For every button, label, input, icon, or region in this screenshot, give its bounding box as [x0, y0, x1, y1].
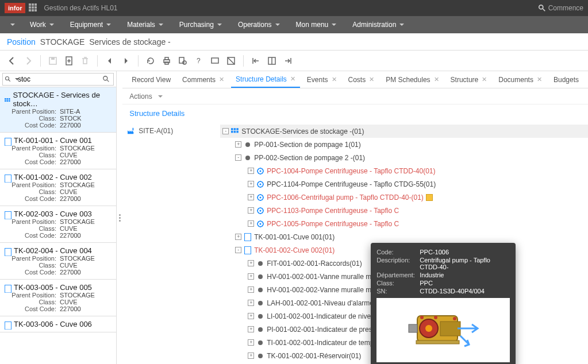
tab-close-icon[interactable]: ✕: [482, 76, 487, 83]
tab[interactable]: Record View: [127, 71, 175, 88]
forward-button[interactable]: [21, 53, 36, 68]
tree-node[interactable]: - STOCKAGE-Services de stockage -(01): [220, 125, 588, 138]
menu-monmenu[interactable]: Mon menu: [288, 16, 345, 33]
tree-expander[interactable]: +: [248, 220, 254, 227]
tab-close-icon[interactable]: ✕: [369, 76, 374, 83]
tree-expander[interactable]: +: [248, 194, 254, 200]
sidebar-list[interactable]: STOCKAGE - Services de stock… Parent Pos…: [0, 87, 116, 364]
tab-close-icon[interactable]: ✕: [434, 76, 439, 83]
menu-materials[interactable]: Materials: [119, 16, 171, 33]
tree-expander[interactable]: +: [248, 353, 254, 359]
sidebar-card[interactable]: TK-002-003 - Cuve 003 Parent Position:ST…: [0, 206, 116, 243]
tree-expander[interactable]: +: [248, 313, 254, 319]
search-scope-dropdown[interactable]: [15, 78, 20, 80]
screen-button[interactable]: [207, 53, 222, 68]
tree-node-label[interactable]: PP-002-Section de pompage 2 -(01): [254, 154, 365, 162]
actions-dropdown[interactable]: Actions: [129, 92, 162, 100]
design-button[interactable]: [224, 53, 239, 68]
tree-expander[interactable]: -: [235, 247, 241, 253]
next-record-button[interactable]: [118, 53, 133, 68]
breadcrumb-entity[interactable]: Position: [7, 37, 36, 47]
tree-node-label[interactable]: TK-001-002-001-Réservoir(01): [267, 352, 361, 360]
tree-node-label[interactable]: PPC-1104-Pompe Centrifugeuse - Tapflo CT…: [267, 180, 436, 188]
tree-node-label[interactable]: PPC-1103-Pompe Centrifugeuse - Tapflo C: [267, 207, 399, 215]
tree-expander[interactable]: +: [248, 168, 254, 174]
tree-node[interactable]: + PPC-1006-Centrifugal pump - Tapflo CTD…: [220, 191, 588, 204]
sidebar-card[interactable]: TK-001-001 - Cuve 001 Parent Position:ST…: [0, 133, 116, 169]
tab[interactable]: Costs✕: [344, 71, 379, 88]
sidebar-card[interactable]: TK-002-004 - Cuve 004 Parent Position:ST…: [0, 243, 116, 280]
tree-node[interactable]: + PP-001-Section de pompage 1(01): [220, 138, 588, 151]
save-button[interactable]: [45, 53, 60, 68]
menu-purchasing[interactable]: Purchasing: [171, 16, 230, 33]
tree-node[interactable]: + PPC-1104-Pompe Centrifugeuse - Tapflo …: [220, 177, 588, 191]
note-icon[interactable]: [426, 194, 433, 201]
tree-node-label[interactable]: PPC-1004-Pompe Centrifugeuse - Tapflo CT…: [267, 167, 435, 175]
tree-node-label[interactable]: STOCKAGE-Services de stockage -(01): [241, 127, 364, 135]
panel-collapse-right-button[interactable]: [280, 53, 295, 68]
tree-node-label[interactable]: FIT-001-002-001-Raccords(01): [267, 260, 362, 268]
search-scope-icon[interactable]: [5, 76, 11, 83]
tab[interactable]: Structure Details✕: [231, 71, 300, 88]
sidebar-card[interactable]: TK-001-002 - Cuve 002 Parent Position:ST…: [0, 169, 116, 206]
tab[interactable]: Documents✕: [494, 71, 547, 88]
new-button[interactable]: [62, 53, 76, 68]
tree-node[interactable]: + PPC-1005-Pompe Centrifugeuse - Tapflo …: [220, 217, 588, 230]
tab[interactable]: Comments✕: [178, 71, 229, 88]
tree-node-label[interactable]: PPC-1006-Centrifugal pump - Tapflo CTDD-…: [267, 193, 424, 202]
tab-close-icon[interactable]: ✕: [537, 76, 542, 83]
help-button[interactable]: ?: [191, 53, 206, 68]
refresh-button[interactable]: [143, 53, 158, 68]
tree-expander[interactable]: +: [235, 234, 241, 240]
sidebar-collapse-handle[interactable]: [117, 71, 122, 364]
delete-button[interactable]: [78, 53, 93, 68]
tab-close-icon[interactable]: ✕: [290, 75, 295, 83]
menu-operations[interactable]: Operations: [230, 16, 288, 33]
sidebar-card[interactable]: STOCKAGE - Services de stock… Parent Pos…: [0, 87, 116, 133]
panel-split-button[interactable]: [264, 53, 279, 68]
menu-work[interactable]: Work: [22, 16, 62, 33]
panel-collapse-left-button[interactable]: [248, 53, 263, 68]
prev-record-button[interactable]: [102, 53, 117, 68]
tab[interactable]: Budgets: [549, 71, 583, 88]
tree-node-label[interactable]: PPC-1005-Pompe Centrifugeuse - Tapflo C: [267, 220, 399, 228]
tree-node[interactable]: - PP-002-Section de pompage 2 -(01): [220, 151, 588, 164]
menu-administration[interactable]: Administration: [344, 16, 412, 33]
preview-button[interactable]: [175, 53, 190, 68]
tree-expander[interactable]: +: [248, 181, 254, 187]
tree-expander[interactable]: +: [248, 300, 254, 306]
tab-close-icon[interactable]: ✕: [219, 76, 224, 83]
tree-expander[interactable]: -: [222, 128, 229, 134]
tree-expander[interactable]: -: [235, 154, 241, 161]
tree-expander[interactable]: +: [248, 207, 254, 214]
tree-node[interactable]: + PPC-1004-Pompe Centrifugeuse - Tapflo …: [220, 164, 588, 177]
global-search[interactable]: Commence: [538, 4, 583, 12]
tree-expander[interactable]: +: [248, 286, 254, 293]
tree-expander[interactable]: +: [248, 339, 254, 346]
tree-node[interactable]: + PPC-1103-Pompe Centrifugeuse - Tapflo …: [220, 204, 588, 217]
position-icon: [5, 138, 11, 144]
back-button[interactable]: [5, 53, 20, 68]
tree-node-label[interactable]: PP-001-Section de pompage 1(01): [254, 141, 360, 149]
tree-node-label[interactable]: TK-001-001-Cuve 001(01): [254, 233, 335, 241]
print-button[interactable]: [159, 53, 174, 68]
site-root-node[interactable]: SITE-A(01): [127, 125, 216, 137]
menu-equipment[interactable]: Equipment: [62, 16, 119, 33]
tree-expander[interactable]: +: [248, 273, 254, 280]
tree-node[interactable]: + TK-001-001-Cuve 001(01): [220, 230, 588, 243]
tab[interactable]: Structure✕: [446, 71, 492, 88]
tab[interactable]: PM Schedules✕: [381, 71, 443, 88]
tree-expander[interactable]: +: [248, 326, 254, 332]
sidebar-card[interactable]: TK-003-005 - Cuve 005 Parent Position:ST…: [0, 280, 116, 316]
menu-dropdown[interactable]: [0, 16, 22, 33]
app-launcher-icon[interactable]: [29, 3, 38, 13]
svg-line-16: [9, 79, 10, 81]
tree-expander[interactable]: +: [235, 141, 241, 148]
search-submit-icon[interactable]: [102, 75, 110, 83]
tab-close-icon[interactable]: ✕: [332, 76, 337, 83]
sidebar-card[interactable]: TK-003-006 - Cuve 006: [0, 316, 116, 332]
tree-expander[interactable]: +: [248, 260, 254, 266]
svg-point-56: [453, 317, 456, 320]
tree-node-label[interactable]: TK-001-002-Cuve 002(01): [254, 246, 335, 254]
tab[interactable]: Events✕: [302, 71, 341, 88]
